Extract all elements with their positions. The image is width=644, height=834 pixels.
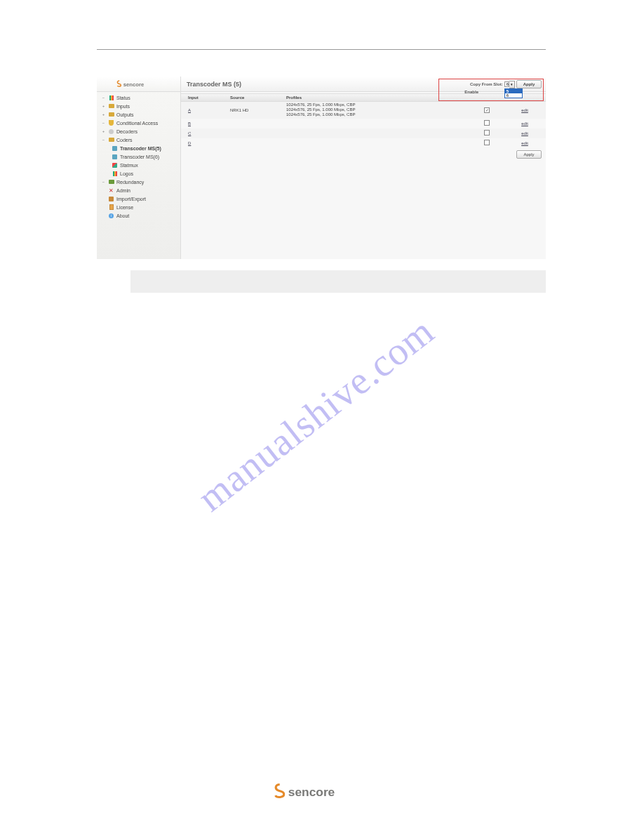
input-link[interactable]: B — [188, 121, 191, 126]
table-row: Dedit — [181, 138, 546, 148]
expander-icon — [101, 197, 106, 201]
sq-cyan-icon — [112, 145, 118, 152]
sidebar-item-label: Statmux — [120, 163, 138, 168]
enable-header-row: Enable — [441, 90, 542, 94]
sidebar-item-conditional-access[interactable]: −Conditional Access — [97, 119, 180, 127]
folder-yellow-icon — [108, 103, 114, 110]
cell-edit: edit — [504, 131, 546, 135]
bar-icon — [108, 95, 114, 101]
cell-edit: edit — [504, 121, 546, 126]
table-row: ANRK1 HD1024x576, 25 Fps, 1.000 Mbps, CB… — [181, 102, 546, 119]
slot-option[interactable]: 6 — [505, 93, 522, 98]
sidebar-item-inputs[interactable]: +Inputs — [97, 102, 180, 110]
cell-enable — [470, 130, 504, 136]
sidebar-item-admin[interactable]: ✕Admin — [97, 186, 180, 194]
slot-dropdown[interactable]: 56 — [504, 88, 523, 98]
sidebar-item-import-export[interactable]: Import/Export — [97, 194, 180, 203]
svg-text:sencore: sencore — [123, 81, 145, 87]
slot-select-value: 6 — [504, 81, 509, 87]
sidebar-item-license[interactable]: License — [97, 203, 180, 211]
cell-edit: edit — [504, 108, 546, 112]
sencore-logo-icon: sencore — [116, 79, 161, 89]
expander-icon: + — [101, 104, 106, 109]
sidebar-item-coders[interactable]: −Coders — [97, 135, 180, 144]
page-rule — [97, 49, 546, 50]
cell-input: A — [181, 108, 230, 112]
doc-icon — [108, 204, 114, 211]
sidebar-item-redundancy[interactable]: −Redundancy — [97, 178, 180, 186]
enable-checkbox[interactable] — [484, 120, 490, 126]
folder-yellow-icon — [108, 137, 114, 143]
sidebar-item-label: Transcoder MS(5) — [120, 146, 161, 151]
edit-link[interactable]: edit — [521, 131, 528, 135]
edit-link[interactable]: edit — [521, 108, 528, 112]
cell-enable — [470, 140, 504, 146]
main-panel: Transcoder MS (5) Copy From Slot: 6▾ 56 … — [181, 77, 546, 259]
enable-checkbox[interactable] — [484, 107, 490, 113]
app-screenshot: sencore −Status+Inputs+Outputs−Condition… — [97, 77, 546, 259]
profile-line: 1024x576, 25 Fps, 1.000 Mbps, CBP — [286, 112, 470, 117]
enable-header: Enable — [464, 90, 478, 94]
input-link[interactable]: D — [188, 141, 191, 145]
edit-link[interactable]: edit — [521, 121, 528, 126]
expander-icon — [101, 188, 106, 193]
sidebar-item-about[interactable]: iAbout — [97, 211, 180, 220]
profile-line: 1024x576, 25 Fps, 1.000 Mbps, CBP — [286, 102, 470, 107]
nav: −Status+Inputs+Outputs−Conditional Acces… — [97, 92, 180, 221]
sidebar-item-label: Redundancy — [116, 180, 144, 185]
cell-enable — [470, 107, 504, 113]
table-row: Cedit — [181, 128, 546, 138]
input-link[interactable]: A — [188, 108, 191, 112]
bar-icon — [112, 171, 118, 177]
apply-copy-button[interactable]: Apply — [516, 80, 542, 88]
x-icon: ✕ — [108, 187, 114, 194]
profile-line: 1024x576, 25 Fps, 1.000 Mbps, CBP — [286, 107, 470, 112]
footer-logo: sencore — [0, 782, 644, 800]
input-link[interactable]: C — [188, 131, 191, 135]
sidebar-item-label: Status — [116, 95, 130, 100]
chevron-down-icon: ▾ — [509, 81, 515, 88]
pkg-icon — [108, 196, 114, 202]
sidebar-item-status[interactable]: −Status — [97, 93, 180, 102]
sidebar-item-outputs[interactable]: +Outputs — [97, 110, 180, 119]
expander-icon — [101, 213, 106, 218]
sencore-logo-icon: sencore — [274, 782, 371, 800]
col-source: Source — [230, 95, 286, 100]
info-icon: i — [108, 213, 114, 219]
enable-checkbox[interactable] — [484, 130, 490, 135]
sidebar-item-decoders[interactable]: +Decoders — [97, 127, 180, 135]
enable-checkbox[interactable] — [484, 140, 490, 145]
sidebar-item-statmux[interactable]: Statmux — [97, 161, 180, 169]
sidebar-item-label: Logos — [120, 171, 133, 176]
folder-yellow-icon — [108, 112, 114, 118]
expander-icon — [101, 205, 106, 210]
expander-icon: + — [101, 129, 106, 134]
copy-from-slot-region: Copy From Slot: 6▾ 56 Apply Enable — [438, 79, 544, 101]
table-footer: Apply — [181, 148, 546, 161]
expander-icon: − — [101, 95, 106, 100]
sidebar-item-label: Import/Export — [116, 197, 146, 201]
sq-multi-icon — [112, 162, 118, 168]
sidebar-item-label: Conditional Access — [116, 121, 158, 126]
apply-button[interactable]: Apply — [516, 150, 542, 159]
sidebar: sencore −Status+Inputs+Outputs−Condition… — [97, 77, 181, 259]
svg-text:sencore: sencore — [288, 785, 335, 799]
sidebar-item-label: Transcoder MS(6) — [120, 154, 159, 159]
sidebar-item-transcoder-ms-5-[interactable]: Transcoder MS(5) — [97, 144, 180, 152]
cell-edit: edit — [504, 141, 546, 145]
transcoder-table: Input Source Profiles ANRK1 HD1024x576, … — [181, 93, 546, 161]
cell-profiles: 1024x576, 25 Fps, 1.000 Mbps, CBP1024x57… — [286, 102, 470, 118]
disc-icon — [108, 128, 114, 135]
edit-link[interactable]: edit — [521, 141, 528, 145]
sq-cyan-icon — [112, 154, 118, 160]
sidebar-item-label: Outputs — [116, 112, 134, 117]
cell-input: B — [181, 121, 230, 126]
copy-from-slot-row: Copy From Slot: 6▾ 56 Apply — [441, 80, 542, 88]
sidebar-item-logos[interactable]: Logos — [97, 169, 180, 178]
cell-source: NRK1 HD — [230, 108, 286, 112]
sidebar-item-label: Inputs — [116, 104, 130, 109]
slot-select[interactable]: 6▾ 56 — [504, 81, 515, 88]
expander-icon: − — [101, 121, 106, 126]
table-row: Bedit — [181, 119, 546, 128]
sidebar-item-transcoder-ms-6-[interactable]: Transcoder MS(6) — [97, 152, 180, 161]
